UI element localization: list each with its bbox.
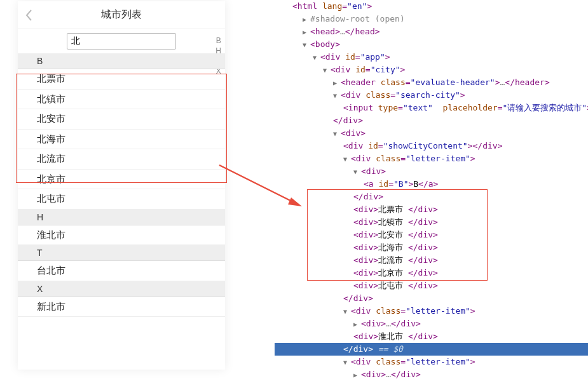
dom-node[interactable]: ▶<header class="evaluate-header">…</head… [275,76,588,89]
city-item[interactable]: 北京市 [18,170,225,190]
section-header-h: H [18,210,225,225]
dom-node[interactable]: </div> [275,190,588,203]
dom-node[interactable]: ▶<div>…</div> [275,318,588,330]
index-letter[interactable]: B [215,36,221,46]
dom-node[interactable]: <div>淮北市 </div> [275,330,588,343]
city-item[interactable]: 新北市 [18,297,225,318]
dom-node[interactable]: <html lang="en"> [275,0,588,13]
section-header-b: B [18,53,225,69]
dom-node[interactable]: ▼<div id="app"> [275,51,588,64]
dom-node-selected[interactable]: ⋯</div> == $0 [275,343,588,356]
city-item[interactable]: 北海市 [18,130,225,150]
search-row [18,29,225,53]
city-item[interactable]: 淮北市 [18,225,225,246]
dom-node[interactable]: <div>北京市 </div> [275,267,588,279]
city-item[interactable]: 北安市 [18,109,225,130]
dom-node[interactable]: <div>北镇市 </div> [275,216,588,229]
city-list[interactable]: B 北票市 北镇市 北安市 北海市 北流市 北京市 北屯市 H 淮北市 T 台北… [18,53,225,370]
dom-node[interactable]: ▶#shadow-root (open) [275,13,588,25]
dom-node[interactable]: ▼<div class="letter-item"> [275,152,588,165]
phone-mockup: 城市列表 B H T X B 北票市 北镇市 北安市 北海市 北流市 北京市 北… [18,1,225,370]
city-item[interactable]: 北镇市 [18,90,225,110]
search-input[interactable] [67,33,176,50]
dom-node[interactable]: ▼<div class="letter-item"> [275,305,588,318]
section-header-x: X [18,281,225,297]
dom-node[interactable]: ▼<div> [275,165,588,178]
dom-node[interactable]: <a id="B">B</a> [275,178,588,190]
dom-node[interactable]: ▶<head>…</head> [275,25,588,38]
dom-node[interactable]: ▼<div id="city"> [275,64,588,76]
dom-node[interactable]: ▼<body> [275,38,588,51]
dom-node[interactable]: </div> [275,114,588,127]
page-title: 城市列表 [101,8,142,22]
dom-node[interactable]: <div>北流市 </div> [275,254,588,267]
devtools-elements-panel[interactable]: <html lang="en"> ▶#shadow-root (open) ▶<… [275,0,588,381]
city-item[interactable]: 北屯市 [18,189,225,210]
dom-node[interactable]: ▼<div class="search-city"> [275,89,588,102]
dom-node[interactable]: <div>北票市 </div> [275,203,588,216]
dom-node[interactable]: <input type="text" placeholder="请输入要搜索的城… [275,102,588,114]
back-icon[interactable] [25,9,33,22]
city-item[interactable]: 北票市 [18,69,225,90]
dom-node[interactable]: ▼<div> [275,127,588,140]
dom-node[interactable]: ▶<div>…</div> [275,368,588,381]
city-item[interactable]: 北流市 [18,149,225,170]
phone-header: 城市列表 [18,1,225,29]
dom-node[interactable]: <div>北海市 </div> [275,241,588,254]
dom-node[interactable]: ▼<div class="letter-item"> [275,356,588,368]
dom-node[interactable]: <div>北安市 </div> [275,229,588,241]
dom-node[interactable]: <div>北屯市 </div> [275,279,588,292]
section-header-t: T [18,245,225,261]
dom-node[interactable]: </div> [275,292,588,305]
dom-node[interactable]: <div id="showCityContent"></div> [275,140,588,152]
city-item[interactable]: 台北市 [18,261,225,281]
